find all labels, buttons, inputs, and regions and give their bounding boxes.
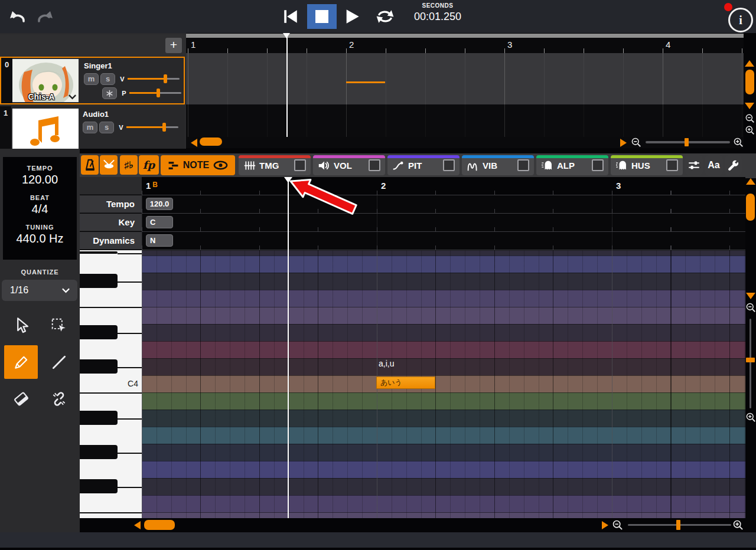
hscroll-thumb[interactable] xyxy=(200,138,222,146)
scroll-left-arrow[interactable] xyxy=(191,139,197,147)
timeline-vzoom-in-button[interactable] xyxy=(745,125,755,136)
note-clip-preview[interactable] xyxy=(346,81,385,83)
mute-button[interactable]: m xyxy=(83,122,97,133)
singer-avatar[interactable]: Chis-A xyxy=(12,59,79,102)
metronome-button[interactable] xyxy=(81,155,99,175)
pitch-slider[interactable] xyxy=(129,92,181,94)
tempo-chip[interactable]: 120.0 xyxy=(146,198,173,210)
tab-tmg[interactable]: TMG xyxy=(239,155,311,175)
tab-visibility-checkbox[interactable] xyxy=(443,159,455,171)
pointer-tool-button[interactable] xyxy=(4,309,38,342)
marquee-select-tool-button[interactable] xyxy=(42,309,76,342)
info-button[interactable]: i xyxy=(728,8,753,32)
hzoom-out-button[interactable] xyxy=(631,137,642,148)
black-key-Fs4[interactable] xyxy=(80,274,118,288)
track-row-audio1[interactable]: 1 Audio1 m s V xyxy=(0,106,185,149)
editor-playhead-handle[interactable] xyxy=(284,177,292,183)
volume-thumb[interactable] xyxy=(162,123,166,132)
note-grid[interactable]: a,i,u あいう xyxy=(142,250,745,518)
key-row[interactable]: C xyxy=(142,214,745,232)
rewind-to-start-button[interactable] xyxy=(280,9,301,24)
hzoom-in-button[interactable] xyxy=(732,519,744,531)
hzoom-slider[interactable] xyxy=(628,524,731,526)
tab-note[interactable]: NOTE xyxy=(161,155,235,175)
vzoom-slider-thumb[interactable] xyxy=(746,358,755,362)
tab-pit[interactable]: PIT xyxy=(387,155,460,175)
time-display[interactable]: SECONDS 00:01.250 xyxy=(399,2,476,23)
font-lyrics-button[interactable]: Aa xyxy=(705,155,723,175)
timeline-vzoom-out-button[interactable] xyxy=(745,113,755,124)
track-row-singer1[interactable]: 0 Chis-A Singer1 m xyxy=(0,57,185,104)
redo-button[interactable] xyxy=(35,8,56,25)
dynamics-chip[interactable]: N xyxy=(146,234,173,247)
line-tool-button[interactable] xyxy=(42,345,76,379)
dynamics-button[interactable]: fp xyxy=(139,155,159,175)
timeline-scroll-down-arrow[interactable] xyxy=(745,103,754,109)
tab-visibility-checkbox[interactable] xyxy=(369,159,380,171)
vscroll-thumb[interactable] xyxy=(746,194,755,221)
timeline-ruler[interactable]: 1 2 3 4 xyxy=(186,38,744,53)
vzoom-out-button[interactable] xyxy=(745,302,756,313)
vzoom-slider[interactable] xyxy=(750,319,751,408)
scroll-down-arrow[interactable] xyxy=(746,293,755,299)
voice-select-chevron-icon[interactable] xyxy=(68,94,77,100)
solo-button[interactable]: s xyxy=(99,122,114,133)
black-key-As3[interactable] xyxy=(80,411,118,425)
hzoom-slider-thumb[interactable] xyxy=(685,138,689,146)
loop-marker-bar[interactable] xyxy=(186,34,744,38)
vzoom-in-button[interactable] xyxy=(745,412,756,423)
editor-ruler[interactable]: 1B 2 3 xyxy=(142,177,745,195)
hzoom-in-button[interactable] xyxy=(733,137,744,148)
tab-visibility-checkbox[interactable] xyxy=(294,159,306,171)
timeline-vscroll-thumb[interactable] xyxy=(745,70,754,94)
play-button[interactable] xyxy=(341,9,363,24)
song-settings-box[interactable]: TEMPO 120.00 BEAT 4/4 TUNING 440.0 Hz xyxy=(3,157,77,260)
pitch-thumb[interactable] xyxy=(157,89,160,97)
scroll-up-arrow[interactable] xyxy=(746,178,755,185)
tempo-row[interactable]: 120.0 xyxy=(142,195,745,214)
tab-vib[interactable]: VIB xyxy=(462,155,534,175)
piano-keyboard[interactable]: C4 xyxy=(80,250,142,518)
hzoom-out-button[interactable] xyxy=(612,519,624,531)
tab-visibility-checkbox[interactable] xyxy=(592,159,604,171)
timeline-track-lane-singer1[interactable] xyxy=(186,53,744,104)
key-chip[interactable]: C xyxy=(146,216,173,228)
scroll-left-arrow[interactable] xyxy=(134,521,141,529)
mute-button[interactable]: m xyxy=(84,73,99,85)
settings-wrench-button[interactable] xyxy=(725,155,742,175)
dynamics-row[interactable]: N xyxy=(142,232,745,250)
unlink-tool-button[interactable] xyxy=(42,382,76,415)
black-key-Gs4[interactable] xyxy=(80,251,118,254)
stop-button[interactable] xyxy=(307,4,337,29)
hzoom-slider[interactable] xyxy=(646,141,730,143)
scroll-right-arrow[interactable] xyxy=(602,521,608,529)
tab-visibility-checkbox[interactable] xyxy=(517,159,529,171)
undo-button[interactable] xyxy=(7,8,27,25)
tab-alp[interactable]: ALP xyxy=(536,155,608,175)
tab-hus[interactable]: HUS xyxy=(611,155,683,175)
add-track-button[interactable]: + xyxy=(165,38,182,53)
audio-thumbnail[interactable] xyxy=(12,109,79,149)
pencil-tool-button[interactable] xyxy=(4,345,38,379)
black-key-Gs3[interactable] xyxy=(80,445,118,459)
tab-vol[interactable]: VOL xyxy=(313,155,385,175)
timeline-track-lane-audio1[interactable] xyxy=(186,104,744,137)
note-aiu[interactable]: あいう xyxy=(376,377,435,389)
scroll-right-arrow[interactable] xyxy=(620,139,627,147)
drum-beat-button[interactable] xyxy=(100,155,118,175)
volume-slider[interactable] xyxy=(128,78,180,80)
solo-button[interactable]: s xyxy=(100,73,115,85)
adjust-settings-button[interactable] xyxy=(685,155,703,175)
key-signature-button[interactable]: ♯♭ xyxy=(120,155,138,175)
hscroll-thumb[interactable] xyxy=(144,520,175,530)
loop-button[interactable] xyxy=(374,8,396,25)
hzoom-slider-thumb[interactable] xyxy=(676,520,680,530)
black-key-Fs3[interactable] xyxy=(80,479,118,493)
volume-thumb[interactable] xyxy=(164,74,167,83)
timeline-scroll-up-arrow[interactable] xyxy=(745,60,754,67)
visibility-eye-icon[interactable] xyxy=(213,161,228,170)
tab-visibility-checkbox[interactable] xyxy=(666,159,678,171)
volume-slider[interactable] xyxy=(126,126,178,128)
quantize-dropdown[interactable]: 1/16 xyxy=(2,280,77,301)
black-key-Ds4[interactable] xyxy=(80,325,118,339)
